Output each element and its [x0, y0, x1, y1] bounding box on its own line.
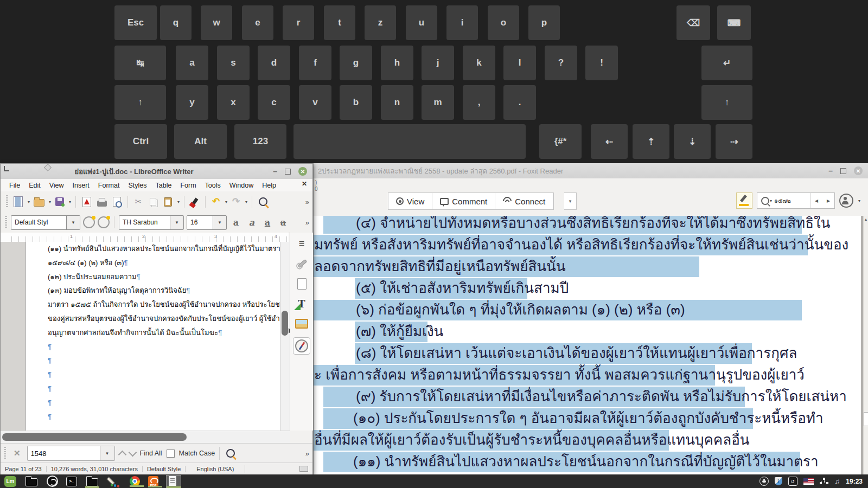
font-name-dropdown[interactable]: ▾ [170, 216, 183, 229]
keyboard-key[interactable]: v [299, 85, 331, 120]
writer-menu-item[interactable]: Window [225, 182, 258, 189]
keyboard-key[interactable]: l [503, 46, 536, 80]
status-selection-mode-icon[interactable] [299, 466, 308, 472]
document-canvas[interactable]: (๑๑) นำทรัพย์สินไปแสวงหาผลประโยชน์นอกจาก… [1, 242, 280, 431]
writer-menu-item[interactable]: Styles [124, 182, 151, 189]
underline-icon[interactable]: a [261, 217, 274, 228]
cut-icon[interactable]: ✂ [132, 196, 144, 207]
match-case-label[interactable]: Match Case [179, 450, 215, 457]
keyboard-key[interactable]: j [422, 46, 454, 80]
close-find-bar-icon[interactable]: ✕ [11, 448, 23, 458]
taskbar-app-icon[interactable] [85, 476, 99, 487]
keyboard-key[interactable]: Alt [174, 124, 227, 159]
keyboard-key[interactable] [293, 124, 526, 159]
toolbar-grip[interactable] [6, 195, 8, 208]
keyboard-key[interactable]: e [242, 5, 273, 40]
status-word-count[interactable]: 10,276 words, 31,010 characters [47, 466, 143, 472]
toolbar-grip[interactable] [4, 447, 6, 460]
writer-menu-item[interactable]: Form [176, 182, 200, 189]
keyboard-key[interactable]: n [381, 85, 413, 120]
keyboard-key[interactable]: ⇢ [716, 124, 752, 159]
status-language[interactable]: English (USA) [186, 466, 245, 472]
keyboard-key[interactable]: t [324, 5, 355, 40]
foxit-titlebar[interactable]: 2ประมวลกฎหมายแพ่งและพาณิชย์ 2558 - updat… [314, 163, 868, 179]
keyboard-key[interactable]: . [503, 85, 536, 120]
tray-icon[interactable]: i [775, 477, 782, 485]
keyboard-key[interactable]: h [381, 46, 413, 80]
keyboard-key[interactable]: ↑ [114, 85, 166, 120]
taskbar-app-icon[interactable] [130, 476, 140, 486]
writer-menu-item[interactable]: View [45, 182, 68, 189]
taskbar-app-icon[interactable]: Lm [4, 476, 16, 487]
keyboard-key[interactable]: m [422, 85, 454, 120]
clock[interactable]: 19:23 [846, 478, 863, 485]
properties-icon[interactable] [292, 254, 311, 273]
find-replace-icon[interactable] [259, 197, 267, 206]
writer-menu-item[interactable]: Tools [201, 182, 225, 189]
writer-menu-item[interactable]: Insert [68, 182, 94, 189]
find-and-replace-icon[interactable] [226, 449, 235, 458]
paste-icon[interactable] [164, 197, 172, 207]
save-icon[interactable] [55, 197, 64, 206]
writer-vertical-scrollbar[interactable] [280, 242, 290, 431]
keyboard-key[interactable]: q [160, 5, 192, 40]
foxit-close-button[interactable]: ✕ [854, 166, 863, 175]
writer-restore-button[interactable] [285, 169, 291, 175]
tray-icon[interactable] [803, 478, 814, 485]
keyboard-key[interactable]: ⇡ [633, 124, 669, 159]
foxit-restore-button[interactable] [840, 168, 846, 174]
keyboard-key[interactable]: c [258, 85, 290, 120]
keyboard-key[interactable]: ⇠ [591, 124, 628, 159]
keyboard-key[interactable]: u [406, 5, 437, 40]
sidebar-settings-icon[interactable]: ≡ [295, 237, 308, 250]
keyboard-key[interactable]: b [340, 85, 372, 120]
pdf-scrollbar-thumb[interactable] [864, 412, 868, 426]
find-overflow-button[interactable]: » [305, 450, 312, 458]
taskbar-app-icon[interactable]: >_ [66, 477, 77, 486]
new-document-icon[interactable] [14, 196, 23, 207]
writer-menu-item[interactable]: Format [94, 182, 124, 189]
tray-icon[interactable]: ♫ [835, 477, 840, 485]
writer-horizontal-scrollbar[interactable] [1, 431, 290, 444]
writer-menu-item[interactable]: Help [258, 182, 280, 189]
new-document-dropdown[interactable]: ▾ [28, 200, 30, 204]
font-name-combobox[interactable]: TH Sarabun ▾ [119, 215, 184, 230]
account-icon[interactable] [839, 194, 853, 208]
save-dropdown[interactable]: ▾ [69, 200, 71, 204]
paste-dropdown[interactable]: ▾ [177, 200, 180, 204]
open-file-dropdown[interactable]: ▾ [49, 200, 51, 204]
taskbar-app-icon[interactable] [47, 476, 58, 487]
writer-menu-item[interactable]: Edit [24, 182, 45, 189]
keyboard-key[interactable]: d [258, 46, 290, 80]
writer-vertical-scrollbar-thumb[interactable] [282, 311, 288, 336]
bold-icon[interactable]: a [229, 217, 242, 228]
keyboard-key[interactable]: s [217, 46, 250, 80]
search-icon[interactable] [761, 197, 769, 205]
keyboard-key[interactable]: Esc [114, 5, 157, 40]
keyboard-key[interactable]: a [176, 46, 208, 80]
tabs-more-dropdown[interactable]: ▾ [564, 192, 577, 210]
clone-formatting-icon[interactable] [192, 198, 199, 206]
search-previous-icon[interactable]: ◂ [810, 197, 822, 204]
undo-dropdown[interactable]: ▾ [225, 200, 227, 204]
keyboard-key[interactable]: 123 [234, 124, 286, 159]
toolbar-grip[interactable] [5, 216, 7, 229]
find-all-button[interactable]: Find All [140, 450, 162, 457]
italic-icon[interactable]: a [245, 217, 258, 228]
tray-icon[interactable] [820, 478, 829, 485]
document-page[interactable]: (๑๑) นำทรัพย์สินไปแสวงหาผลประโยชน์นอกจาก… [25, 242, 280, 431]
font-size-dropdown[interactable]: ▾ [213, 216, 226, 229]
gallery-panel-icon[interactable] [295, 317, 308, 330]
navigator-panel-icon[interactable] [293, 337, 310, 355]
keyboard-key[interactable]: {#* [539, 124, 582, 159]
keyboard-key[interactable]: g [340, 46, 372, 80]
open-file-icon[interactable] [34, 199, 44, 207]
find-history-dropdown[interactable]: ▾ [100, 446, 114, 460]
writer-close-button[interactable]: ✕ [298, 167, 307, 176]
keyboard-key[interactable]: , [463, 85, 495, 120]
tray-icon[interactable] [760, 477, 769, 486]
paragraph-style-combobox[interactable]: Default Styl ▾ [11, 215, 80, 230]
paragraph-style-dropdown[interactable]: ▾ [66, 216, 80, 229]
tray-icon[interactable]: ↺ [788, 477, 797, 486]
search-next-icon[interactable]: ▸ [822, 197, 834, 204]
